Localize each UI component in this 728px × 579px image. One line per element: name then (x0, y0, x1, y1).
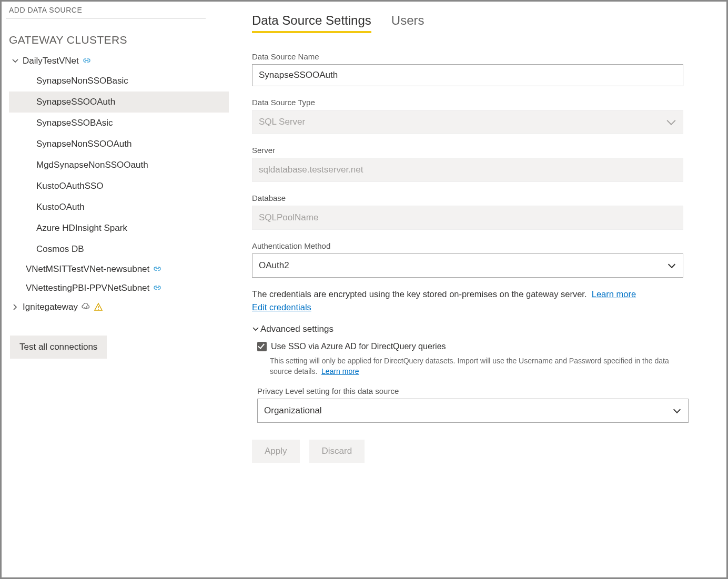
label-data-source-type: Data Source Type (252, 98, 726, 107)
advanced-settings-label: Advanced settings (260, 324, 333, 334)
label-data-source-name: Data Source Name (252, 52, 726, 61)
cloud-sync-icon (81, 303, 90, 311)
link-icon (153, 266, 162, 273)
label-database: Database (252, 194, 726, 202)
select-data-source-type-disabled: SQL Server (252, 110, 683, 134)
checkbox-checked-icon[interactable] (257, 342, 267, 351)
cluster-label: DailyTestVNet (23, 56, 79, 66)
link-icon (153, 285, 162, 292)
form-button-row: Apply Discard (252, 440, 726, 463)
input-data-source-name[interactable] (252, 64, 683, 86)
sso-checkbox-label: Use SSO via Azure AD for DirectQuery que… (271, 342, 446, 351)
apply-button[interactable]: Apply (252, 440, 300, 463)
edit-credentials-link[interactable]: Edit credentials (252, 302, 311, 312)
sidebar: ADD DATA SOURCE GATEWAY CLUSTERS DailyTe… (2, 2, 229, 577)
cluster-label: VNettestingPBI-PPVNetSubnet (26, 283, 149, 293)
datasource-item-selected[interactable]: SynapseSSOOAuth (9, 92, 229, 113)
select-privacy-level[interactable]: Organizational (257, 399, 689, 423)
cluster-row-vnettesting[interactable]: VNettestingPBI-PPVNetSubnet (9, 279, 229, 298)
credentials-info-body: The credentials are encrypted using the … (252, 289, 587, 299)
tab-users[interactable]: Users (391, 13, 424, 31)
sso-learn-more-link[interactable]: Learn more (321, 367, 359, 375)
sso-hint-text: This setting will only be applied for Di… (257, 351, 689, 377)
chevron-down-icon (11, 57, 19, 65)
gateway-clusters-heading: GATEWAY CLUSTERS (6, 34, 229, 52)
credentials-info-text: The credentials are encrypted using the … (252, 289, 694, 299)
select-auth-method[interactable]: OAuth2 (252, 253, 683, 278)
datasource-item[interactable]: KustoOAuthSSO (9, 176, 229, 197)
datasource-item[interactable]: SynapseNonSSOBasic (9, 70, 229, 92)
datasource-item[interactable]: Cosmos DB (9, 239, 229, 260)
datasource-item[interactable]: MgdSynapseNonSSOOauth (9, 155, 229, 176)
cluster-label: Ignitegateway (23, 302, 78, 312)
label-privacy-level: Privacy Level setting for this data sour… (257, 387, 726, 395)
main-panel: Data Source Settings Users Data Source N… (229, 2, 726, 577)
datasource-item[interactable]: SynapseNonSSOOAuth (9, 134, 229, 155)
label-server: Server (252, 146, 726, 155)
tab-data-source-settings[interactable]: Data Source Settings (252, 13, 371, 33)
link-icon (82, 57, 92, 65)
chevron-right-icon (11, 303, 19, 311)
warning-icon (94, 302, 103, 312)
datasource-item[interactable]: KustoOAuth (9, 197, 229, 218)
cluster-row-dailytestvnet[interactable]: DailyTestVNet (9, 52, 229, 70)
cluster-tree: DailyTestVNet SynapseNonSSOBasic Synapse… (6, 52, 229, 317)
test-connections-button[interactable]: Test all connections (10, 336, 107, 359)
advanced-settings-body: Use SSO via Azure AD for DirectQuery que… (252, 342, 726, 423)
svg-point-1 (98, 309, 99, 310)
learn-more-link[interactable]: Learn more (592, 289, 636, 299)
sso-checkbox-row[interactable]: Use SSO via Azure AD for DirectQuery que… (257, 342, 726, 351)
discard-button[interactable]: Discard (309, 440, 365, 463)
advanced-settings-toggle[interactable]: Advanced settings (252, 324, 726, 334)
chevron-down-icon (252, 326, 259, 333)
datasource-item[interactable]: Azure HDInsight Spark (9, 218, 229, 239)
cluster-label: VNetMSITTestVNet-newsubnet (26, 264, 149, 275)
cluster-row-ignitegateway[interactable]: Ignitegateway (9, 298, 229, 317)
divider (6, 18, 206, 19)
label-auth-method: Authentication Method (252, 241, 726, 250)
input-server-disabled: sqldatabase.testserver.net (252, 158, 683, 182)
cluster-row-vnetmsit[interactable]: VNetMSITTestVNet-newsubnet (9, 260, 229, 279)
input-database-disabled: SQLPoolName (252, 206, 683, 230)
cluster-children: SynapseNonSSOBasic SynapseSSOOAuth Synap… (9, 70, 229, 260)
add-data-source-link[interactable]: ADD DATA SOURCE (6, 4, 229, 18)
tabs: Data Source Settings Users (252, 13, 726, 33)
datasource-item[interactable]: SynapseSSOBAsic (9, 113, 229, 134)
